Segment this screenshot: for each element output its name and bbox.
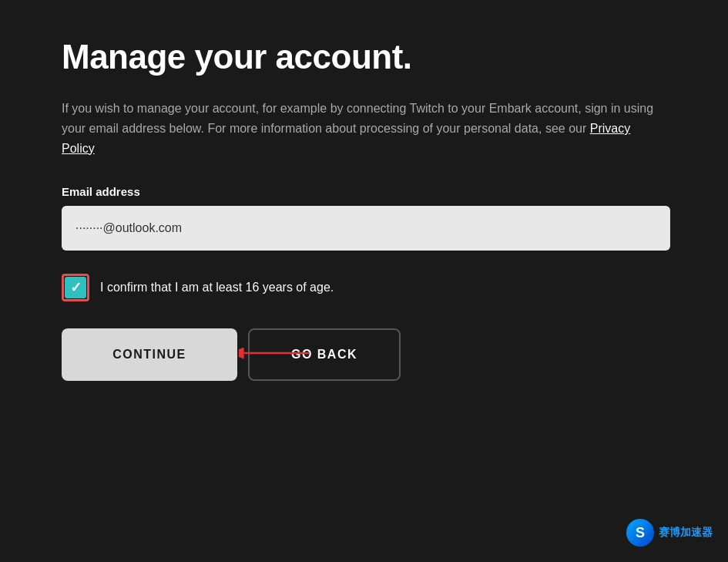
age-confirm-label: I confirm that I am at least 16 years of… <box>100 281 334 294</box>
age-checkbox-wrapper: ✓ <box>62 274 89 301</box>
continue-button[interactable]: CONTINUE <box>62 328 237 381</box>
watermark-icon: S <box>636 525 645 541</box>
page-container: Manage your account. If you wish to mana… <box>0 0 728 562</box>
email-input[interactable] <box>62 206 670 251</box>
watermark-text: 赛博加速器 <box>659 526 713 540</box>
page-title: Manage your account. <box>62 39 674 76</box>
age-confirmation-row: ✓ I confirm that I am at least 16 years … <box>62 274 674 301</box>
arrow-indicator <box>239 338 316 372</box>
age-checkbox-inner: ✓ <box>65 277 86 298</box>
checkmark-icon: ✓ <box>70 281 82 294</box>
watermark: S 赛博加速器 <box>626 519 713 547</box>
description-text: If you wish to manage your account, for … <box>62 99 663 158</box>
watermark-logo: S <box>626 519 654 547</box>
age-checkbox-outer[interactable]: ✓ <box>62 274 89 301</box>
buttons-row: CONTINUE GO BACK <box>62 328 674 381</box>
email-label: Email address <box>62 185 674 198</box>
description-text-main: If you wish to manage your account, for … <box>62 102 653 135</box>
